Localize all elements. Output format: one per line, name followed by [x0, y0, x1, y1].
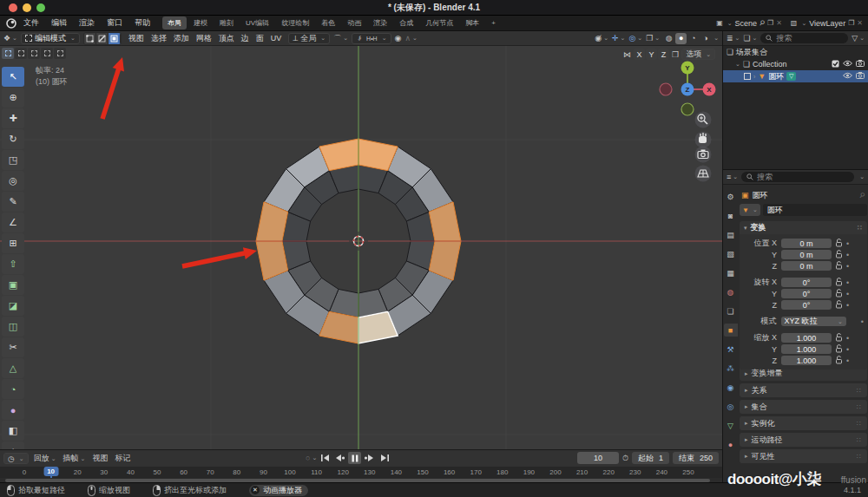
timeline-ruler[interactable]: 0203040506070809010011012013014015016017…: [0, 467, 722, 478]
outliner-display-mode-dropdown[interactable]: ≣⌄: [727, 34, 740, 43]
camera-icon[interactable]: [856, 60, 865, 69]
mirror-axis-x-button[interactable]: X: [634, 49, 645, 60]
properties-tab-constraints[interactable]: ◎: [724, 400, 738, 413]
lock-icon[interactable]: [835, 239, 843, 249]
select-option-set[interactable]: [2, 48, 14, 59]
outliner-filter-dropdown[interactable]: ▽⌄: [852, 34, 865, 43]
animate-dot[interactable]: •: [846, 290, 849, 298]
animate-dot[interactable]: •: [846, 278, 849, 287]
panel-关系[interactable]: ▸关系∷: [740, 383, 867, 397]
workspace-tab-动画[interactable]: 动画: [342, 16, 366, 29]
menu-窗口[interactable]: 窗口: [107, 17, 122, 29]
prev-keyframe-button[interactable]: [333, 452, 346, 464]
lock-icon[interactable]: [835, 356, 843, 366]
animate-dot[interactable]: •: [846, 334, 849, 343]
tool-bevel[interactable]: ◪: [2, 296, 24, 316]
scene-name[interactable]: Scene: [735, 19, 758, 28]
new-viewlayer-icon[interactable]: ❐: [848, 19, 854, 27]
preview-range-icon[interactable]: ⏱: [622, 454, 628, 463]
value-field[interactable]: 1.000: [781, 333, 832, 343]
snap-target-dropdown[interactable]: ៛H•H⌄: [352, 33, 391, 44]
panel-实例化[interactable]: ▸实例化∷: [740, 416, 867, 430]
properties-tab-object[interactable]: ■: [724, 324, 738, 337]
value-field[interactable]: 0 m: [781, 261, 832, 271]
snap-mini-icon[interactable]: ❐: [672, 50, 679, 59]
workspace-tab-建模[interactable]: 建模: [188, 16, 213, 29]
value-field[interactable]: 0 m: [781, 239, 832, 248]
eye-icon[interactable]: [843, 72, 852, 81]
properties-options-dropdown[interactable]: ⌄: [859, 173, 865, 180]
panel-集合[interactable]: ▸集合∷: [740, 400, 867, 414]
solid-shading-button[interactable]: ●: [675, 33, 687, 44]
tool-knife[interactable]: ✂: [2, 337, 24, 357]
visibility-dropdown[interactable]: ◉̸⌄: [595, 34, 608, 43]
camera-icon[interactable]: [856, 72, 865, 81]
value-field[interactable]: 1.000: [781, 356, 832, 365]
tool-loop-cut[interactable]: ◫: [2, 317, 24, 337]
timeline-menu-回放[interactable]: 回放⌄: [34, 453, 56, 464]
jump-to-start-button[interactable]: [319, 452, 332, 464]
snap-toggle[interactable]: ⌒⌄: [333, 33, 348, 44]
properties-tab-tool[interactable]: ⚙: [724, 190, 738, 203]
properties-tab-particles[interactable]: ⁂: [724, 362, 738, 375]
menu-帮助[interactable]: 帮助: [135, 17, 150, 29]
edge-select-mode-button[interactable]: [96, 33, 108, 44]
lock-icon[interactable]: [835, 261, 843, 271]
object-name-field[interactable]: 圆环: [763, 204, 867, 216]
editor-type-dropdown[interactable]: ❖⌄: [3, 34, 17, 43]
mirror-icon[interactable]: ⋈: [623, 50, 631, 59]
viewport-menu-添加[interactable]: 添加: [170, 33, 193, 44]
pin-icon[interactable]: ⚲: [858, 190, 867, 199]
tool-cursor[interactable]: ⊕: [2, 88, 24, 108]
properties-tab-scene[interactable]: ▦: [724, 266, 738, 279]
expand-caret[interactable]: ⌄: [735, 61, 740, 68]
tool-rip-region[interactable]: ∴: [2, 441, 24, 449]
workspace-tab-雕刻[interactable]: 雕刻: [214, 16, 239, 29]
auto-key-toggle[interactable]: ○⌄: [306, 454, 317, 462]
playhead[interactable]: 10: [43, 467, 58, 476]
properties-tab-output[interactable]: ▤: [724, 228, 738, 241]
tool-poly-build[interactable]: △: [2, 358, 24, 378]
expand-caret[interactable]: ›: [753, 74, 755, 80]
workspace-tab-渲染[interactable]: 渲染: [368, 16, 392, 29]
xray-dropdown[interactable]: ❐⌄: [646, 34, 660, 43]
viewlayer-selector[interactable]: ▧⌄ ViewLayer ❐ ✕: [791, 19, 863, 28]
viewport-menu-面[interactable]: 面: [253, 33, 267, 44]
rotation-mode-dropdown[interactable]: XYZ 欧拉⌄: [781, 317, 846, 326]
timeline-menu-标记[interactable]: 标记: [115, 453, 130, 464]
add-workspace-button[interactable]: +: [486, 17, 501, 29]
value-field[interactable]: 0 m: [781, 250, 832, 259]
tool-edge-slide[interactable]: ◧: [2, 421, 24, 441]
face-select-mode-button[interactable]: [108, 33, 121, 44]
menu-文件[interactable]: 文件: [23, 17, 39, 29]
eye-icon[interactable]: [843, 60, 852, 69]
transform-panel-header[interactable]: ▾ 变换 ∷: [740, 221, 867, 234]
proportional-editing-toggle[interactable]: ◉: [395, 34, 402, 43]
outliner-sync-dropdown[interactable]: ❏⌄: [743, 34, 757, 43]
overlays-dropdown[interactable]: ◎⌄: [628, 34, 642, 43]
value-field[interactable]: 0°: [781, 289, 832, 298]
viewlayer-name[interactable]: ViewLayer: [809, 19, 845, 28]
animate-dot[interactable]: •: [846, 356, 849, 365]
animate-dot[interactable]: •: [846, 262, 849, 271]
delete-scene-icon[interactable]: ✕: [776, 19, 782, 27]
properties-editor-type-dropdown[interactable]: ≡⌄: [727, 173, 738, 181]
animation-player-button[interactable]: ✕ 动画播放器: [249, 485, 308, 496]
transform-orientation-dropdown[interactable]: ⟂ 全局 ⌄: [288, 33, 330, 44]
properties-tab-data[interactable]: ▽: [724, 419, 738, 432]
lock-icon[interactable]: [835, 289, 843, 299]
frame-end-field[interactable]: 结束 250: [673, 452, 719, 464]
value-field[interactable]: 1.000: [781, 344, 832, 354]
remove-viewlayer-icon[interactable]: ✕: [857, 19, 863, 27]
workspace-tab-几何节点[interactable]: 几何节点: [420, 16, 458, 29]
3d-viewport[interactable]: YXZ 帧率: 24 (10) 圆环 ↖⊕✚↻◳◎✎∠⊞⇧▣◪◫✂△◔●◧∴ ⋈…: [0, 46, 722, 449]
mirror-axis-y-button[interactable]: Y: [646, 49, 657, 60]
tool-scale[interactable]: ◳: [2, 150, 24, 170]
pause-button[interactable]: [348, 452, 361, 464]
lock-icon[interactable]: [835, 344, 843, 355]
wireframe-shading-button[interactable]: ◍: [663, 33, 674, 44]
blender-logo-icon[interactable]: [5, 17, 16, 29]
workspace-tab-合成[interactable]: 合成: [394, 16, 418, 29]
scene-selector[interactable]: ▣⌄ Scene ⚲ ❐ ✕: [716, 19, 782, 28]
value-field[interactable]: 0°: [781, 300, 832, 310]
